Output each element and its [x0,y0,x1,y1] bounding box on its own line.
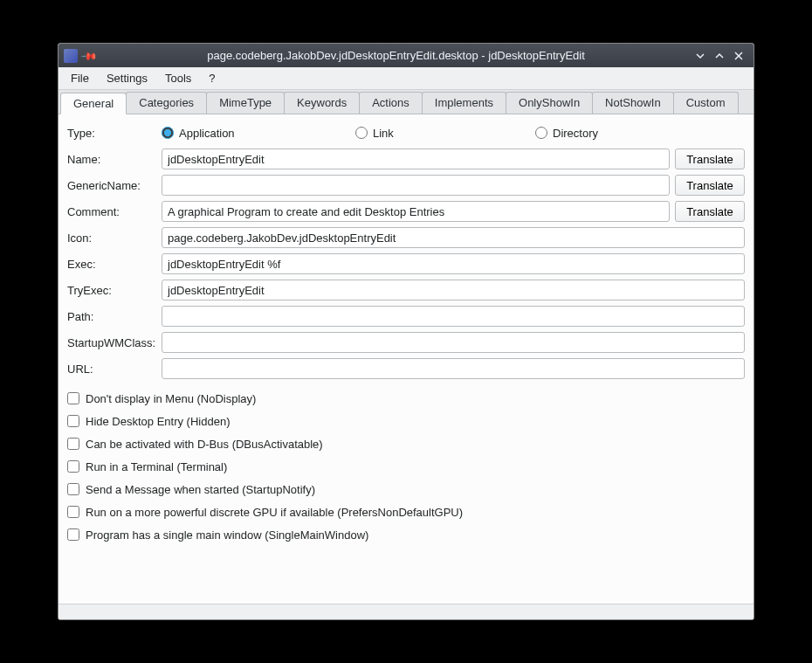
path-label: Path: [67,310,162,323]
menubar: File Settings Tools ? [58,67,754,90]
tryexec-input[interactable] [162,280,745,300]
startupwmclass-input[interactable] [162,332,745,353]
checkbox-prefersnondefaultgpu-label: Run on a more powerful discrete GPU if a… [86,506,463,519]
url-label: URL: [67,363,162,376]
checkbox-terminal-label: Run in a Terminal (Terminal) [86,460,227,473]
tab-notshowin[interactable]: NotShowIn [592,92,674,114]
checkbox-nodisplay[interactable]: Don't display in Menu (NoDisplay) [67,387,745,410]
checkbox-singlemainwindow[interactable]: Program has a single main window (Single… [67,523,745,546]
checkbox-terminal-input[interactable] [67,460,79,473]
url-input[interactable] [162,358,745,379]
type-radio-link-input[interactable] [355,127,368,139]
type-radio-directory-input[interactable] [535,127,547,139]
menu-file[interactable]: File [62,69,98,87]
type-radio-application-input[interactable] [162,127,174,139]
checkbox-terminal[interactable]: Run in a Terminal (Terminal) [67,455,745,478]
checkbox-hidden-label: Hide Desktop Entry (Hidden) [86,415,230,428]
checkbox-prefersnondefaultgpu[interactable]: Run on a more powerful discrete GPU if a… [67,501,745,523]
checkbox-dbusactivatable[interactable]: Can be activated with D-Bus (DBusActivat… [67,432,745,455]
tab-general[interactable]: General [60,93,127,114]
close-icon [733,51,744,61]
type-radio-application-label: Application [179,127,235,140]
tab-categories[interactable]: Categories [126,92,207,114]
maximize-button[interactable] [710,46,729,66]
genericname-input[interactable] [162,175,670,196]
tryexec-label: TryExec: [67,284,162,297]
checkbox-nodisplay-label: Don't display in Menu (NoDisplay) [86,392,256,405]
menu-help[interactable]: ? [200,69,224,87]
checkbox-startupnotify-input[interactable] [67,483,79,495]
checkbox-nodisplay-input[interactable] [67,392,79,404]
checkbox-hidden-input[interactable] [67,415,79,427]
window-title: page.codeberg.JakobDev.jdDesktopEntryEdi… [101,49,691,62]
icon-input[interactable] [162,227,745,248]
tab-custom[interactable]: Custom [673,92,739,114]
type-label: Type: [67,127,162,140]
app-icon [64,49,78,63]
tab-mimetype[interactable]: MimeType [206,92,285,114]
genericname-label: GenericName: [67,179,162,192]
tab-content-general: Type: Application Link Directory Name: [58,114,754,604]
tab-keywords[interactable]: Keywords [284,92,360,114]
checkbox-dbusactivatable-input[interactable] [67,438,79,450]
exec-input[interactable] [162,253,745,274]
tab-actions[interactable]: Actions [359,92,423,114]
type-radio-directory-label: Directory [553,127,598,140]
genericname-translate-button[interactable]: Translate [675,175,745,196]
chevron-up-icon [714,51,725,61]
type-radio-group: Application Link Directory [162,127,745,140]
path-input[interactable] [162,306,745,327]
statusbar [58,604,754,619]
application-window: 📌 page.codeberg.JakobDev.jdDesktopEntryE… [58,43,754,620]
comment-translate-button[interactable]: Translate [675,201,745,222]
minimize-button[interactable] [691,46,710,66]
name-input[interactable] [162,148,670,169]
checkbox-startupnotify-label: Send a Message when started (StartupNoti… [86,483,315,496]
checkbox-hidden[interactable]: Hide Desktop Entry (Hidden) [67,410,745,432]
type-radio-link[interactable]: Link [355,127,535,140]
chevron-down-icon [695,51,705,61]
checkbox-startupnotify[interactable]: Send a Message when started (StartupNoti… [67,478,745,501]
name-translate-button[interactable]: Translate [675,148,745,169]
checkbox-prefersnondefaultgpu-input[interactable] [67,506,79,518]
startupwmclass-label: StartupWMClass: [67,336,162,349]
comment-label: Comment: [67,205,162,218]
exec-label: Exec: [67,258,162,271]
menu-tools[interactable]: Tools [156,69,200,87]
icon-label: Icon: [67,231,162,245]
menu-settings[interactable]: Settings [98,69,156,87]
pin-icon[interactable]: 📌 [80,46,99,65]
name-label: Name: [67,153,162,166]
tab-onlyshowin[interactable]: OnlyShowIn [506,92,593,114]
close-button[interactable] [729,46,748,66]
titlebar[interactable]: 📌 page.codeberg.JakobDev.jdDesktopEntryE… [58,44,754,67]
checkbox-singlemainwindow-label: Program has a single main window (Single… [86,528,368,542]
tabbar: General Categories MimeType Keywords Act… [58,90,754,114]
comment-input[interactable] [162,201,670,222]
checkbox-singlemainwindow-input[interactable] [67,528,79,541]
type-radio-application[interactable]: Application [162,127,355,140]
type-radio-directory[interactable]: Directory [535,127,598,140]
tab-implements[interactable]: Implements [422,92,506,114]
checkbox-dbusactivatable-label: Can be activated with D-Bus (DBusActivat… [86,438,323,451]
type-radio-link-label: Link [373,127,394,140]
